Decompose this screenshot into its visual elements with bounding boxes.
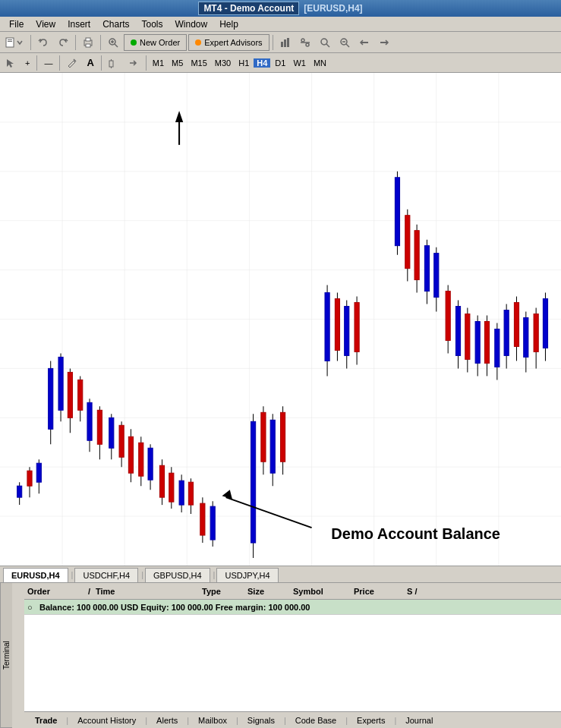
expert-advisors-button[interactable]: Expert Advisors [188, 34, 269, 51]
menu-charts[interactable]: Charts [96, 17, 135, 31]
sep4 [273, 35, 273, 50]
svg-point-14 [301, 39, 304, 42]
col-header-price[interactable]: Price [354, 587, 407, 596]
terminal-body: Terminal Order / Time Type Size Symbol P… [0, 583, 561, 728]
svg-rect-83 [210, 506, 215, 540]
text-btn[interactable]: A [83, 55, 97, 71]
col-header-size[interactable]: Size [247, 587, 293, 596]
tab-journal[interactable]: Journal [398, 714, 440, 726]
title-bar-subtitle: [EURUSD,H4] [304, 3, 362, 14]
col-header-sl[interactable]: S / [407, 587, 437, 596]
svg-rect-23 [109, 61, 113, 67]
svg-point-15 [306, 43, 309, 46]
svg-rect-107 [424, 246, 429, 292]
undo-btn[interactable] [34, 34, 52, 51]
svg-rect-95 [335, 299, 339, 351]
sep7 [101, 55, 102, 71]
main-container: MT4 - Demo Account [EURUSD,H4] File View… [0, 0, 561, 728]
col-header-time[interactable]: Time [96, 587, 202, 596]
menu-help[interactable]: Help [213, 17, 244, 31]
svg-rect-97 [345, 307, 349, 356]
col-header-symbol[interactable]: Symbol [293, 587, 354, 596]
svg-line-19 [346, 44, 349, 47]
tab-mailbox[interactable]: Mailbox [191, 714, 235, 726]
crosshair-btn[interactable]: + [21, 55, 33, 71]
tab-account-history[interactable]: Account History [70, 714, 143, 726]
redo-btn[interactable] [54, 34, 72, 51]
col-header-order[interactable]: Order [27, 587, 88, 596]
zoom-btn2[interactable] [336, 34, 354, 51]
print-btn[interactable] [79, 34, 97, 51]
svg-rect-51 [49, 368, 53, 429]
svg-rect-69 [139, 443, 143, 476]
balance-text: Balance: 100 000.00 USD Equity: 100 000.… [39, 603, 310, 612]
svg-line-17 [326, 44, 329, 47]
toolbar1: New Order Expert Advisors [0, 32, 561, 53]
menu-window[interactable]: Window [169, 17, 214, 31]
svg-line-7 [115, 44, 118, 47]
chart-btn1[interactable] [276, 34, 295, 51]
svg-rect-67 [128, 436, 133, 473]
svg-rect-4 [86, 38, 90, 41]
zoom-in-btn[interactable] [104, 34, 122, 51]
svg-rect-59 [87, 402, 92, 440]
expert-label: Expert Advisors [204, 38, 262, 47]
svg-rect-57 [78, 380, 83, 410]
tab-experts[interactable]: Experts [349, 714, 392, 726]
cursor-btn[interactable] [2, 55, 20, 71]
pencil-btn[interactable] [63, 55, 81, 71]
chart-tab-gbpusd[interactable]: GBPUSD,H4 [145, 568, 210, 582]
menu-insert[interactable]: Insert [61, 17, 96, 31]
menu-view[interactable]: View [30, 17, 61, 31]
timeframe-h4-active[interactable]: H4 [254, 58, 270, 68]
svg-rect-1 [8, 39, 12, 40]
nav-btn1[interactable] [355, 34, 373, 51]
tab-trade[interactable]: Trade [27, 714, 65, 726]
timeframe-w1[interactable]: W1 [290, 58, 309, 68]
svg-rect-75 [169, 473, 174, 502]
svg-rect-53 [58, 357, 63, 410]
timeframe-m15[interactable]: M15 [188, 58, 210, 68]
arrow-btn[interactable] [124, 55, 143, 71]
sep6 [59, 55, 60, 71]
timeframe-m5[interactable]: M5 [169, 58, 186, 68]
terminal-side-label: Terminal [0, 583, 12, 728]
chart-tabs: EURUSD,H4 | USDCHF,H4 | GBPUSD,H4 | USDJ… [0, 566, 561, 583]
timeframe-d1[interactable]: D1 [272, 58, 288, 68]
svg-point-16 [321, 39, 327, 45]
svg-rect-117 [475, 321, 480, 363]
chart-tab-eurusd[interactable]: EURUSD,H4 [3, 568, 68, 582]
timeframe-m30[interactable]: M30 [212, 58, 234, 68]
svg-rect-79 [188, 482, 193, 505]
expert-icon [195, 39, 201, 46]
svg-rect-119 [484, 321, 489, 363]
tab-codebase[interactable]: Code Base [288, 714, 344, 726]
line-btn[interactable]: — [40, 55, 56, 71]
sep8 [146, 55, 147, 71]
file-btn[interactable] [2, 34, 27, 51]
svg-rect-11 [284, 39, 286, 47]
menu-file[interactable]: File [3, 17, 30, 31]
demo-balance-label: Demo Account Balance [331, 525, 500, 543]
timeframe-mn[interactable]: MN [310, 58, 329, 68]
chart-btn2[interactable] [296, 34, 314, 51]
timeframe-h1[interactable]: H1 [235, 58, 252, 68]
svg-rect-127 [524, 318, 528, 358]
tab-signals[interactable]: Signals [240, 714, 282, 726]
chart-tab-usdchf[interactable]: USDCHF,H4 [74, 568, 138, 582]
svg-rect-85 [251, 421, 255, 543]
timeframe-label: M1 [150, 58, 167, 68]
tab-alerts[interactable]: Alerts [149, 714, 185, 726]
new-order-button[interactable]: New Order [124, 34, 187, 51]
chart-area[interactable]: Demo Account [0, 73, 561, 566]
sep5 [36, 55, 37, 71]
svg-rect-99 [355, 303, 359, 352]
zoom-btn[interactable] [316, 34, 334, 51]
menu-tools[interactable]: Tools [136, 17, 169, 31]
chart-tab-usdjpy[interactable]: USDJPY,H4 [216, 568, 278, 582]
nav-btn2[interactable] [375, 34, 393, 51]
col-header-type[interactable]: Type [202, 587, 247, 596]
sep3 [100, 35, 101, 50]
period-btn[interactable] [105, 55, 123, 71]
svg-rect-121 [495, 329, 500, 367]
